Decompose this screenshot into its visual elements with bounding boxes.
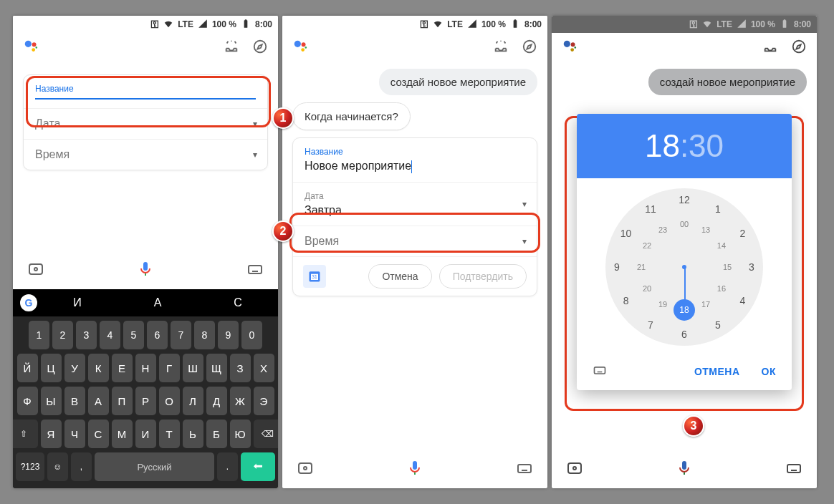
title-field[interactable]: Название Новое мероприятие [293,138,537,183]
clock-hour[interactable]: 15 [723,263,732,271]
key[interactable]: Т [159,420,180,448]
key[interactable]: 7 [171,321,191,349]
clock-hour[interactable]: 7 [648,319,653,331]
mic-icon[interactable] [406,460,423,480]
inbox-icon[interactable] [224,39,239,57]
key[interactable]: Е [112,354,133,382]
compass-icon[interactable] [522,39,537,57]
key[interactable]: Э [254,387,274,415]
clock-hour[interactable]: 17 [701,300,710,309]
clock-hour[interactable]: 3 [749,261,754,273]
key[interactable]: Р [135,387,156,415]
lens-icon[interactable] [297,460,314,480]
key[interactable]: С [88,420,109,448]
clock-hour[interactable]: 5 [715,319,721,331]
time-field[interactable]: Время ▾ [293,226,537,257]
key[interactable]: В [64,387,85,415]
clock-hour[interactable]: 10 [620,228,632,239]
backspace-key[interactable]: ⌫ [254,420,279,448]
key[interactable]: Ц [41,354,62,382]
keyboard[interactable]: 1234567890 ЙЦУКЕНГШЩЗХ ФЫВАПРОЛДЖЭ ⇧ ЯЧС… [13,316,278,488]
suggestion[interactable]: И [37,296,118,309]
shift-key[interactable]: ⇧ [13,420,38,448]
key[interactable]: Ж [230,387,251,415]
key[interactable]: Щ [206,354,227,382]
key[interactable]: Л [183,387,203,415]
compass-icon[interactable] [252,39,268,57]
key[interactable]: 0 [241,321,262,349]
key[interactable]: Й [17,354,38,382]
clock-hour[interactable]: 23 [658,226,667,234]
clock-hour[interactable]: 13 [701,226,710,234]
key[interactable]: Ю [230,420,251,448]
keyboard-input-icon[interactable] [593,363,607,380]
key[interactable]: Б [206,420,227,448]
key[interactable]: А [88,387,109,415]
key[interactable]: 2 [52,321,73,349]
key[interactable]: Ч [64,420,85,448]
mic-icon[interactable] [137,261,154,281]
key[interactable]: Ф [17,387,38,415]
clock-hour[interactable]: 1 [715,203,721,215]
key[interactable]: Я [41,420,62,448]
key[interactable]: Н [135,354,156,382]
key[interactable]: 6 [147,321,168,349]
lens-icon[interactable] [27,261,44,281]
key[interactable]: 8 [194,321,215,349]
hour-display[interactable]: 18 [645,128,680,163]
date-field[interactable]: Дата ▾ [24,109,267,140]
date-field[interactable]: Дата Завтра ▾ [293,183,537,226]
suggestion[interactable]: А [118,296,198,309]
key[interactable]: 5 [123,321,144,349]
cancel-button[interactable]: Отмена [368,264,431,289]
key[interactable]: Х [254,354,274,382]
key[interactable]: К [88,354,109,382]
key[interactable]: О [159,387,180,415]
time-field[interactable]: Время ▾ [24,140,267,170]
key[interactable]: Г [159,354,180,382]
period-key[interactable]: . [217,452,238,481]
time-cancel-button[interactable]: ОТМЕНА [694,366,740,377]
calendar-app-icon[interactable]: 31 [303,265,326,288]
key[interactable]: И [135,420,156,448]
key[interactable]: Д [206,387,227,415]
key[interactable]: 1 [29,321,49,349]
clock-hour[interactable]: 8 [623,295,629,306]
symbols-key[interactable]: ?123 [16,452,44,481]
clock-hour[interactable]: 16 [717,284,726,293]
suggestion[interactable]: С [198,296,278,309]
clock-hour[interactable]: 9 [614,261,620,273]
clock-hour[interactable]: 21 [637,263,646,271]
keyboard-icon[interactable] [246,261,264,281]
clock-hour[interactable]: 12 [679,194,690,205]
key[interactable]: Ы [41,387,62,415]
key[interactable]: 4 [100,321,120,349]
title-field[interactable]: Название [24,75,267,109]
clock-hour-selected[interactable]: 18 [674,299,695,321]
key[interactable]: П [112,387,133,415]
clock-hour[interactable]: 14 [717,241,726,250]
keyboard-icon[interactable] [516,460,533,480]
clock-hour[interactable]: 4 [740,295,746,306]
enter-key[interactable] [241,452,275,481]
key[interactable]: Ш [183,354,203,382]
key[interactable]: М [112,420,133,448]
confirm-button[interactable]: Подтвердить [439,264,527,289]
clock-hour[interactable]: 22 [643,241,651,250]
comma-key[interactable]: , [71,452,92,481]
clock-hour[interactable]: 11 [645,203,656,215]
minute-display[interactable]: 30 [689,128,724,163]
key[interactable]: У [64,354,85,382]
time-ok-button[interactable]: ОК [762,366,776,377]
clock-face[interactable]: 121234567891011001314151617181920212223 [605,188,763,346]
inbox-icon[interactable] [493,39,509,57]
key[interactable]: З [230,354,251,382]
clock-hour[interactable]: 2 [740,228,746,239]
key[interactable]: Ь [183,420,203,448]
clock-hour[interactable]: 6 [681,329,687,340]
clock-hour[interactable]: 00 [680,220,689,228]
emoji-key[interactable]: ☺ [47,452,68,481]
google-g-icon[interactable]: G [20,294,37,311]
key[interactable]: 3 [76,321,97,349]
clock-hour[interactable]: 19 [658,300,667,309]
